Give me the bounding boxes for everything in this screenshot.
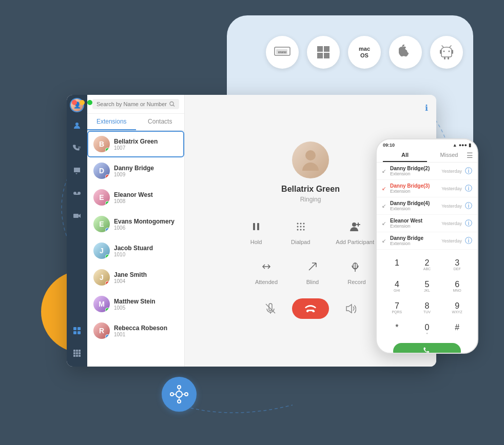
contact-item-matthew[interactable]: M Matthew Stein 1005 (87, 291, 184, 317)
maximize-btn[interactable] (87, 100, 92, 105)
call-hist-name-1: Danny Bridge(3) (390, 183, 438, 189)
window-controls (72, 100, 92, 105)
svg-rect-29 (79, 350, 81, 352)
dialpad-key-2[interactable]: 2ABC (413, 256, 441, 275)
wifi-icon: ▲ (453, 143, 457, 148)
sidebar-grid-icon[interactable] (70, 323, 84, 338)
dialpad-key-3[interactable]: 3DEF (443, 256, 471, 275)
call-hist-item-3: ↙ Eleanor West Extension Yesterday ⓘ (377, 215, 477, 232)
sidebar-chat-icon[interactable] (70, 164, 84, 178)
blind-icon (303, 257, 322, 276)
dialpad-key-0[interactable]: 0+ (413, 320, 441, 340)
svg-rect-32 (79, 352, 81, 354)
call-hist-name-0: Danny Bridge(2) (390, 166, 438, 171)
svg-point-46 (303, 226, 304, 228)
contact-item-jane[interactable]: J Jane Smith 1004 (87, 264, 184, 291)
contact-ext-jacob: 1010 (114, 252, 178, 257)
close-btn[interactable] (72, 100, 77, 105)
phone-tab-all[interactable]: All (383, 149, 427, 162)
sidebar-calls-icon[interactable] (70, 141, 84, 155)
contact-avatar-rebecca: R (93, 322, 110, 339)
blind-control[interactable]: Blind (303, 257, 322, 285)
call-hist-action-2[interactable]: ⓘ (465, 201, 472, 211)
dialpad-control[interactable]: Dialpad (291, 217, 310, 245)
contact-item-jacob[interactable]: J Jacob Stuard 1010 (87, 237, 184, 264)
contact-avatar-evans: E (93, 216, 110, 232)
mobile-mockup: 09:10 ▲ ●●● ▮ All Missed ☰ ↙ Danny Bridg… (376, 138, 478, 354)
hangup-btn[interactable] (292, 298, 329, 319)
dialpad-key-4[interactable]: 4GHI (383, 277, 411, 297)
search-bar (87, 95, 184, 114)
phone-menu-icon[interactable]: ☰ (467, 151, 473, 159)
sidebar-apps-icon[interactable] (70, 346, 84, 360)
tab-contacts[interactable]: Contacts (136, 114, 185, 130)
svg-point-8 (449, 51, 450, 52)
dialpad-key-8[interactable]: 8TUV (413, 299, 441, 318)
web-icon-btn[interactable]: www (266, 36, 299, 69)
add-participant-control[interactable]: Add Participant (336, 217, 374, 245)
svg-line-9 (442, 46, 443, 47)
sidebar-voicemail-icon[interactable] (70, 186, 84, 200)
dialpad-key-7[interactable]: 7PQRS (383, 299, 411, 318)
svg-rect-40 (257, 223, 259, 230)
sidebar-video-icon[interactable] (70, 209, 84, 223)
contact-ext-matthew: 1005 (114, 305, 178, 311)
mute-btn[interactable] (259, 297, 282, 320)
record-control[interactable]: Record (347, 257, 366, 285)
android-icon-btn[interactable] (430, 36, 463, 69)
contact-item-bellatrix[interactable]: B Bellatrix Green 1007 (87, 131, 184, 157)
contact-panel: Extensions Contacts B Bellatrix Green 10… (87, 95, 185, 367)
windows-icon-btn[interactable] (307, 36, 340, 69)
svg-rect-23 (73, 327, 76, 330)
status-dot-bellatrix (105, 148, 110, 152)
status-dot-jacob (105, 254, 110, 259)
contact-item-eleanor[interactable]: E Eleanor West 1008 (87, 184, 184, 211)
contact-avatar-eleanor: E (93, 189, 110, 206)
sidebar-contacts-icon[interactable] (70, 118, 84, 133)
search-input[interactable] (96, 101, 167, 107)
call-hist-action-1[interactable]: ⓘ (465, 184, 472, 193)
search-icon (169, 101, 175, 107)
call-hist-name-3: Eleanor West (390, 218, 438, 224)
dialpad-key-6[interactable]: 6MNO (443, 277, 471, 297)
minimize-btn[interactable] (80, 100, 85, 105)
phone-status-bar: 09:10 ▲ ●●● ▮ (377, 139, 477, 149)
search-input-wrap[interactable] (92, 99, 179, 109)
call-hist-name-4: Danny Bridge (390, 235, 438, 241)
call-hist-action-0[interactable]: ⓘ (465, 167, 472, 176)
call-hist-action-3[interactable]: ⓘ (465, 219, 472, 228)
dialpad-key-5[interactable]: 5JKL (413, 277, 441, 297)
svg-point-41 (297, 223, 298, 225)
dialpad-call-btn[interactable] (393, 343, 461, 354)
status-dot-danny (105, 174, 110, 179)
svg-point-67 (178, 386, 181, 389)
contact-item-rebecca[interactable]: R Rebecca Robeson 1001 (87, 317, 184, 344)
status-dot-rebecca (105, 334, 110, 339)
dialpad-label: Dialpad (291, 239, 310, 245)
svg-rect-24 (77, 327, 81, 330)
contact-ext-eleanor: 1008 (114, 198, 178, 204)
dialpad-key-hash[interactable]: # (443, 320, 471, 340)
contact-info-matthew: Matthew Stein 1005 (114, 298, 178, 311)
sidebar: 👤 (67, 95, 87, 367)
tab-extensions[interactable]: Extensions (87, 114, 136, 130)
contact-item-evans[interactable]: E Evans Montogomery 1006 (87, 211, 184, 237)
hold-control[interactable]: Hold (247, 217, 265, 245)
phone-tab-missed[interactable]: Missed (427, 149, 471, 162)
attended-control[interactable]: Attended (255, 257, 278, 285)
call-hist-info-2: Danny Bridge(4) Extension (390, 200, 438, 211)
svg-point-66 (176, 391, 182, 397)
dialpad-key-9[interactable]: 9WXYZ (443, 299, 471, 318)
svg-rect-4 (324, 46, 329, 52)
dialpad-key-1[interactable]: 1 (383, 256, 411, 275)
macos-label: macOS (359, 46, 370, 59)
contact-name-eleanor: Eleanor West (114, 191, 178, 198)
contact-avatar-jacob: J (93, 242, 110, 259)
speaker-btn[interactable] (339, 297, 362, 320)
contact-item-danny[interactable]: D Danny Bridge 1009 (87, 157, 184, 184)
macos-icon-btn[interactable]: macOS (348, 36, 381, 69)
call-hist-action-4[interactable]: ⓘ (465, 236, 472, 246)
info-icon[interactable]: ℹ (425, 103, 428, 113)
dialpad-key-star[interactable]: * (383, 320, 411, 340)
apple-icon-btn[interactable] (389, 36, 422, 69)
